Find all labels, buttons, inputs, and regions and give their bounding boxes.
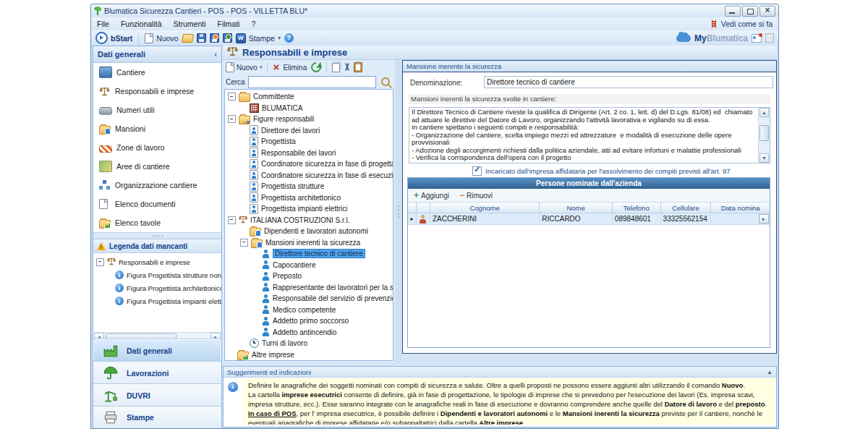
tree-node-blumatica[interactable]: BLUMATICA — [225, 103, 393, 114]
col-data-nomina[interactable]: Data nomina — [711, 203, 770, 213]
stampe-button[interactable]: Stampe ▾ — [236, 33, 281, 43]
mansioni-textarea[interactable]: Il Direttore Tecnico di Cantiere riveste… — [409, 107, 770, 163]
myblumatica-link[interactable]: MyBlumatica — [694, 33, 748, 43]
bstart-button[interactable]: bStart — [95, 32, 132, 44]
sidebar-item-elenco-documenti[interactable]: Elenco documenti — [93, 195, 221, 213]
sidebar-item-cantiere[interactable]: Cantiere — [93, 63, 221, 82]
copy-icon[interactable] — [332, 63, 340, 72]
tree-node-capocantiere[interactable]: Capocantiere — [225, 260, 393, 271]
col-nome[interactable]: Nome — [540, 203, 613, 213]
help-icon[interactable] — [284, 33, 294, 43]
collapse-up-icon[interactable]: ▲ — [767, 369, 773, 375]
sidebar-item-organizzazione[interactable]: Organizzazione cantiere — [93, 176, 221, 195]
tree-node-italiana-costruzioni[interactable]: ITALIANA COSTRUZIONI S.r.l. — [225, 215, 393, 226]
cut-icon[interactable] — [343, 63, 351, 72]
nav-stampe[interactable]: Stampe — [93, 406, 221, 428]
save-icon[interactable] — [197, 33, 206, 43]
scroll-down-icon[interactable]: ▼ — [760, 153, 769, 163]
aggiungi-button[interactable]: +Aggiungi — [414, 190, 449, 200]
tree-node-prog-impianti[interactable]: Progettista impianti elettrici — [225, 203, 393, 215]
tree-nuovo-button[interactable]: Nuovo▾ — [226, 62, 262, 72]
refresh-icon[interactable] — [309, 60, 323, 75]
cell-telefono[interactable]: 089848601 — [613, 213, 661, 225]
contact-card-icon[interactable] — [752, 34, 762, 43]
menu-strumenti[interactable]: Strumenti — [168, 18, 212, 30]
paste-icon[interactable] — [354, 62, 362, 72]
cell-data-nomina[interactable] — [711, 213, 770, 225]
maximize-button[interactable] — [742, 6, 758, 17]
col-cognome[interactable]: Cognome — [430, 203, 540, 213]
date-dropdown-button[interactable] — [759, 214, 769, 224]
tree-node-prog-architettonico[interactable]: Progettista architettonico — [225, 192, 393, 204]
textarea-scrollbar[interactable]: ▲ ▼ — [758, 108, 770, 163]
legend-warning-item[interactable]: Figura Progettista strutture non definit… — [93, 268, 221, 281]
cell-nome[interactable]: RICCARDO — [540, 213, 613, 225]
tree-node-medico[interactable]: Medico competente — [225, 305, 393, 316]
search-button[interactable] — [379, 76, 392, 88]
nuovo-button[interactable]: Nuovo — [145, 33, 178, 43]
cell-cellulare[interactable]: 33325562154 — [661, 213, 712, 225]
person-icon — [262, 250, 270, 258]
panel-splitter[interactable] — [395, 60, 402, 362]
tree-node-dipendenti[interactable]: Dipendenti e lavoratori autonomi — [225, 226, 393, 237]
vedi-come-si-fa-link[interactable]: Vedi come si fa — [710, 20, 778, 28]
sidebar-splitter[interactable] — [93, 232, 221, 239]
legend-warning-item[interactable]: Figura Progettista impianti elettrici no… — [93, 294, 221, 307]
sidebar-item-aree-di-cantiere[interactable]: Aree di cantiere — [93, 157, 221, 176]
nav-duvri[interactable]: DUVRI — [93, 383, 221, 407]
rimuovi-button[interactable]: −Rimuovi — [459, 190, 493, 200]
col-telefono[interactable]: Telefono — [613, 203, 661, 213]
nav-lavorazioni[interactable]: Lavorazioni — [93, 361, 221, 384]
sidebar-item-numeri-utili[interactable]: Numeri utili — [93, 101, 221, 119]
col-cellulare[interactable]: Cellulare — [661, 203, 712, 213]
open-icon[interactable] — [182, 34, 194, 43]
tree-node-rspp[interactable]: Responsabile del servizio di prevenzione… — [225, 293, 393, 305]
save-all-icon[interactable] — [223, 33, 232, 43]
tree-node-altre-imprese[interactable]: Altre imprese — [225, 349, 393, 361]
menu-filmati[interactable]: Filmati — [211, 18, 245, 30]
org-chart-icon — [99, 180, 111, 190]
tree-node-mansioni-sicurezza[interactable]: Mansioni inerenti la sicurezza — [225, 237, 393, 249]
sidebar-item-mansioni[interactable]: Mansioni — [93, 119, 221, 138]
collapse-minus-icon[interactable] — [96, 258, 104, 266]
search-input[interactable] — [248, 76, 376, 88]
factory-icon — [102, 343, 119, 359]
legend-warning-item[interactable]: Figura Progettista architettonico non de… — [93, 281, 221, 294]
nav-dati-generali[interactable]: Dati generali — [93, 339, 221, 362]
tree-node-preposto[interactable]: Preposto — [225, 271, 393, 282]
umbrella-icon — [102, 365, 119, 381]
tree-node-antincendio[interactable]: Addetto antincendio — [225, 327, 393, 339]
tree-node-direttore-tecnico[interactable]: Direttore tecnico di cantiere — [225, 248, 393, 260]
checkbox-checked-icon[interactable] — [472, 166, 482, 176]
tree-node-responsabile-lavori[interactable]: Responsabile dei lavori — [225, 148, 393, 159]
tree-node-prog-strutture[interactable]: Progettista strutture — [225, 181, 393, 192]
tree-node-progettista[interactable]: Progettista — [225, 136, 393, 148]
sidebar-item-responsabili[interactable]: Responsabili e imprese — [93, 82, 221, 101]
tree-elimina-button[interactable]: Elimina — [273, 63, 307, 72]
menu-help[interactable]: ? — [245, 18, 261, 30]
sidebar-item-elenco-tavole[interactable]: Elenco tavole — [93, 213, 221, 232]
tree-node-coord-progettazione[interactable]: Coordinatore sicurezza in fase di proget… — [225, 158, 393, 170]
denominazione-input[interactable] — [484, 76, 773, 88]
notes-icon[interactable] — [765, 33, 774, 43]
sidebar-item-zone-di-lavoro[interactable]: Zone di lavoro — [93, 138, 221, 157]
collapse-chevron-icon[interactable]: ‹ — [214, 50, 217, 59]
tree-node-turni[interactable]: Turni di lavoro — [225, 338, 393, 349]
cell-cognome[interactable]: ZACCHERINI — [430, 213, 540, 225]
minimize-button[interactable] — [725, 6, 741, 17]
save-as-icon[interactable] — [210, 33, 219, 43]
tree-node-primo-soccorso[interactable]: Addetto primo soccorso — [225, 315, 393, 327]
tree-node-figure-responsabili[interactable]: Figure responsabili — [225, 114, 393, 125]
tree-node-coord-esecuzione[interactable]: Coordinatore sicurezza in fase di esecuz… — [225, 170, 393, 182]
scroll-up-icon[interactable]: ▲ — [760, 108, 769, 117]
close-button[interactable] — [760, 6, 775, 17]
menu-file[interactable]: File — [91, 18, 115, 30]
tree-node-committente[interactable]: Committente — [225, 91, 393, 103]
scroll-thumb[interactable] — [760, 125, 769, 141]
table-row[interactable]: ▸ ZACCHERINI RICCARDO 089848601 33325562… — [408, 213, 770, 225]
tree-node-rls[interactable]: Rappresentante dei lavoratori per la sic… — [225, 282, 393, 294]
legend-root-node[interactable]: Responsabili e imprese — [93, 255, 221, 268]
menu-funzionalita[interactable]: Funzionalità — [115, 18, 168, 30]
art97-checkbox-row[interactable]: Incaricato dall'impresa affidataria per … — [472, 166, 730, 176]
tree-node-direttore-lavori[interactable]: Direttore dei lavori — [225, 125, 393, 137]
